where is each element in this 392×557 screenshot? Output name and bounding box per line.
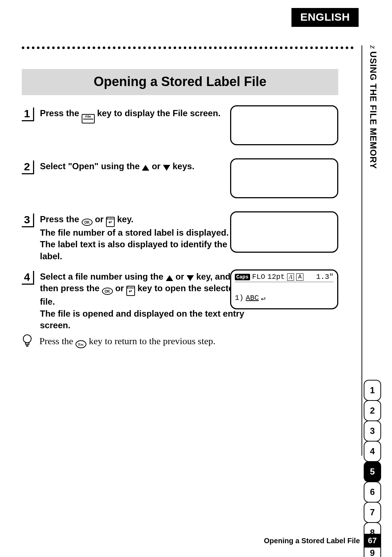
text-segment: or [175, 272, 187, 281]
step-body: Select "Open" using the or keys. [40, 160, 247, 172]
text-segment: The file number of a stored label is dis… [40, 228, 229, 237]
enter-key-icon: Enter ↵ [106, 217, 115, 227]
step-number: 2 [22, 160, 34, 174]
text-segment: The file is opened and displayed on the … [40, 309, 244, 330]
lcd-preview [230, 211, 338, 253]
lcd-preview: Caps FLO 12pt A A 1.3" 1) ABC ↵ [230, 269, 338, 309]
footer-section-title: Opening a Stored Label File [264, 537, 360, 545]
lcd-preview [230, 158, 338, 198]
text-segment: keys. [173, 161, 195, 171]
lcd-bottom-row: 1) ABC ↵ [235, 293, 334, 302]
lcd-line-number: 1) [235, 294, 244, 302]
section-vertical-prefix: z [368, 45, 378, 49]
language-badge: ENGLISH [291, 8, 359, 27]
chapter-tab-7[interactable]: 7 [364, 502, 381, 523]
text-segment: The label text is also displayed to iden… [40, 239, 227, 261]
text-segment: key to display the File screen. [97, 108, 220, 118]
page-number: 67 [364, 534, 381, 548]
text-segment: Select "Open" using the [40, 161, 142, 171]
chapter-tab-2[interactable]: 2 [364, 400, 381, 421]
lcd-mode: FLO [252, 273, 265, 281]
lcd-font-size: 12pt [268, 273, 285, 281]
lcd-glyph-box: A [296, 273, 303, 281]
text-segment: Press the [40, 108, 82, 118]
tip-text: Press the Esc key to return to the previ… [40, 336, 216, 346]
text-segment: or [152, 161, 163, 171]
step-number: 4 [22, 271, 34, 285]
chapter-tab-1[interactable]: 1 [364, 380, 381, 401]
text-segment: Select a file number using the [40, 272, 166, 281]
up-arrow-icon [166, 275, 173, 281]
lcd-width: 1.3" [316, 273, 334, 281]
page-footer: Opening a Stored Label File 67 [22, 534, 381, 548]
text-segment: or [95, 214, 106, 224]
lcd-text: ABC [246, 294, 259, 302]
svg-point-0 [23, 335, 31, 343]
return-symbol-icon: ↵ [107, 220, 114, 224]
esc-key-icon: Esc [75, 340, 86, 348]
file-key-icon: File [82, 114, 95, 123]
down-arrow-icon [187, 275, 194, 281]
tip-row: Press the Esc key to return to the previ… [22, 334, 338, 350]
chapter-tabs: 123456789 [364, 380, 381, 557]
text-segment: Press the [40, 214, 82, 224]
ok-key-icon: OK [102, 288, 113, 295]
section-vertical-label: zUSING THE FILE MEMORY [368, 45, 378, 169]
section-vertical-text: USING THE FILE MEMORY [368, 51, 378, 169]
text-segment: Press the [40, 336, 76, 346]
chapter-tab-6[interactable]: 6 [364, 481, 381, 503]
lcd-preview [230, 105, 338, 145]
down-arrow-icon [163, 165, 170, 171]
text-segment: key. [117, 214, 134, 224]
caps-indicator: Caps [235, 274, 250, 280]
return-symbol-icon: ↵ [127, 289, 134, 293]
section-title: Opening a Stored Label File [22, 69, 338, 95]
lcd-top-row: Caps FLO 12pt A A 1.3" [235, 273, 334, 282]
step-body: Press the OK or Enter ↵ key. The file nu… [40, 214, 247, 262]
lightbulb-icon [22, 334, 33, 350]
chapter-tab-5[interactable]: 5 [364, 461, 381, 482]
text-segment: or [115, 283, 126, 293]
text-segment: key to return to the previous step. [89, 336, 216, 346]
svg-rect-1 [25, 343, 29, 344]
enter-key-icon: Enter ↵ [126, 286, 135, 296]
step-number: 1 [22, 107, 34, 121]
sidebar-divider [362, 45, 362, 456]
chapter-tab-4[interactable]: 4 [364, 441, 381, 462]
file-key-label: File [85, 115, 91, 118]
return-symbol-icon: ↵ [261, 293, 265, 302]
lcd-glyph-a: A [287, 273, 294, 281]
dotted-divider [22, 46, 354, 49]
page: ENGLISH zUSING THE FILE MEMORY Opening a… [0, 0, 392, 557]
up-arrow-icon [142, 165, 149, 171]
step-body: Select a file number using the or key, a… [40, 271, 247, 332]
ok-key-icon: OK [82, 219, 93, 226]
step-number: 3 [22, 214, 34, 227]
step-body: Press the File key to display the File s… [40, 107, 247, 123]
chapter-tab-3[interactable]: 3 [364, 420, 381, 442]
